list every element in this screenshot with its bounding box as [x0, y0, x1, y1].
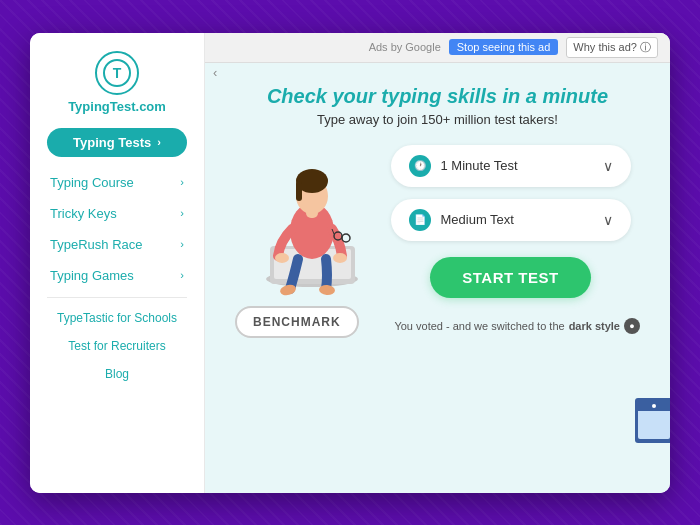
time-dropdown[interactable]: 🕐 1 Minute Test ∨: [391, 145, 631, 187]
logo-icon: T: [95, 51, 139, 95]
sidebar-item-test-recruiters[interactable]: Test for Recruiters: [30, 332, 204, 360]
arrow-icon: ›: [180, 269, 184, 281]
sidebar-item-label: TypeRush Race: [50, 237, 143, 252]
stop-seeing-ad-button[interactable]: Stop seeing this ad: [449, 39, 559, 55]
middle-row: 🕐 1 Minute Test ∨ 📄 Medium Text ∨ START …: [225, 145, 650, 298]
controls: 🕐 1 Minute Test ∨ 📄 Medium Text ∨ START …: [391, 145, 631, 298]
sidebar-item-tricky-keys[interactable]: Tricky Keys ›: [30, 198, 204, 229]
chevron-down-icon: ∨: [603, 212, 613, 228]
time-dropdown-label: 1 Minute Test: [441, 158, 593, 173]
sidebar-item-typetastic[interactable]: TypeTastic for Schools: [30, 304, 204, 332]
arrow-icon: ›: [180, 238, 184, 250]
main-window: T TypingTest.com Typing Tests › Typing C…: [30, 33, 670, 493]
benchmark-button[interactable]: BENCHMARK: [235, 306, 359, 338]
arrow-icon: ›: [180, 207, 184, 219]
svg-point-11: [333, 253, 347, 263]
svg-text:T: T: [113, 65, 122, 81]
bottom-note: You voted - and we switched to the dark …: [394, 318, 640, 334]
laptop-decoration: [630, 393, 670, 453]
why-this-ad-button[interactable]: Why this ad? ⓘ: [566, 37, 658, 58]
text-type-dropdown-label: Medium Text: [441, 212, 593, 227]
typing-tests-chevron-icon: ›: [157, 136, 161, 148]
typing-tests-button[interactable]: Typing Tests ›: [47, 128, 187, 157]
sidebar-divider: [47, 297, 186, 298]
main-content: Ads by Google Stop seeing this ad Why th…: [205, 33, 670, 493]
svg-point-13: [342, 234, 350, 242]
svg-rect-9: [296, 181, 302, 201]
document-icon: 📄: [409, 209, 431, 231]
sidebar: T TypingTest.com Typing Tests › Typing C…: [30, 33, 205, 493]
sidebar-item-typing-games[interactable]: Typing Games ›: [30, 260, 204, 291]
sidebar-item-blog[interactable]: Blog: [30, 360, 204, 388]
text-type-dropdown[interactable]: 📄 Medium Text ∨: [391, 199, 631, 241]
arrow-icon: ›: [180, 176, 184, 188]
logo-container: T TypingTest.com: [68, 51, 166, 114]
bottom-note-text: You voted - and we switched to the: [394, 320, 564, 332]
clock-icon: 🕐: [409, 155, 431, 177]
sidebar-item-typerush-race[interactable]: TypeRush Race ›: [30, 229, 204, 260]
typing-tests-label: Typing Tests: [73, 135, 151, 150]
bottom-note-emphasis: dark style: [569, 320, 620, 332]
svg-point-20: [652, 404, 656, 408]
sidebar-item-label: Typing Games: [50, 268, 134, 283]
subheadline: Type away to join 150+ million test take…: [317, 112, 558, 127]
content-area: Check your typing skills in a minute Typ…: [205, 63, 670, 493]
svg-point-10: [275, 253, 289, 263]
illustration: [245, 146, 375, 296]
ad-bar: Ads by Google Stop seeing this ad Why th…: [205, 33, 670, 63]
logo-text: TypingTest.com: [68, 99, 166, 114]
dark-style-badge: ●: [624, 318, 640, 334]
sidebar-item-label: Typing Course: [50, 175, 134, 190]
chevron-down-icon: ∨: [603, 158, 613, 174]
ad-label: Ads by Google: [369, 41, 441, 53]
start-test-button[interactable]: START TEST: [430, 257, 590, 298]
sidebar-item-typing-course[interactable]: Typing Course ›: [30, 167, 204, 198]
headline: Check your typing skills in a minute: [267, 85, 608, 108]
sidebar-item-label: Tricky Keys: [50, 206, 117, 221]
